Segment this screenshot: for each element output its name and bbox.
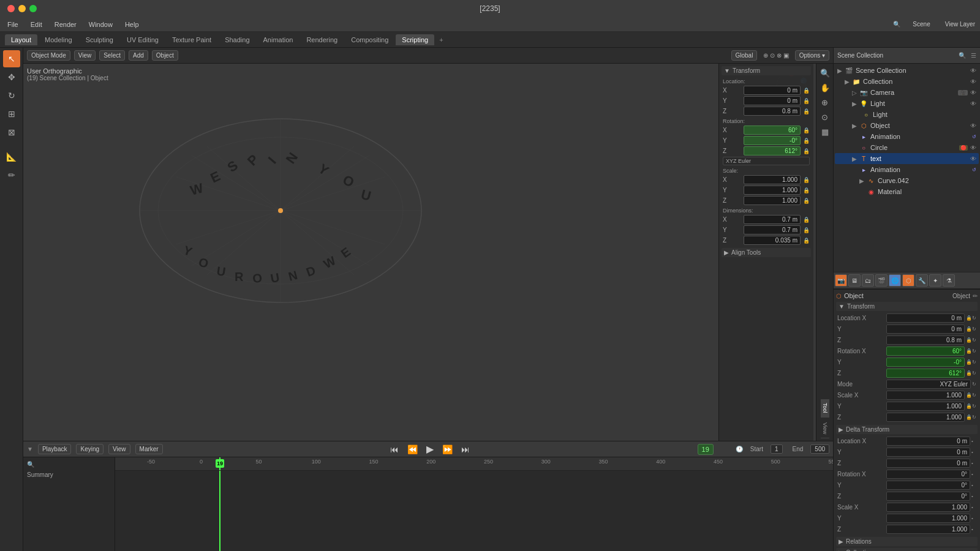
tab-layout[interactable]: Layout — [5, 34, 37, 45]
tab-modeling[interactable]: Modeling — [39, 34, 78, 45]
relations-header[interactable]: ▶ Relations — [836, 537, 978, 546]
tab-uv-editing[interactable]: UV Editing — [121, 34, 165, 45]
marker-button[interactable]: Marker — [135, 444, 163, 454]
location-y-value[interactable]: 0 m — [744, 96, 801, 105]
scene-props-tab[interactable]: 🎬 — [875, 274, 888, 287]
menu-help[interactable]: Help — [123, 20, 141, 29]
rotation-mode-value[interactable]: XYZ Euler — [723, 157, 810, 165]
global-dropdown[interactable]: Global — [731, 50, 758, 61]
outliner-circle[interactable]: ○ Circle 🔴 👁 — [835, 142, 979, 153]
outliner-text[interactable]: ▶ T text 👁 — [835, 153, 979, 164]
tool-move-icon[interactable]: ⊕ — [818, 96, 832, 109]
particles-tab[interactable]: ✦ — [929, 274, 941, 287]
end-frame-input[interactable]: 500 — [810, 444, 829, 454]
rotation-z-value[interactable]: 612° — [744, 146, 801, 156]
options-button[interactable]: Options ▾ — [795, 50, 829, 61]
panel-tab-view[interactable]: View — [821, 419, 829, 438]
dim-x-value[interactable]: 0.7 m — [744, 215, 801, 224]
viewport-3d[interactable]: User Orthographic (19) Scene Collection … — [23, 64, 833, 441]
object-menu[interactable]: Object — [152, 50, 178, 61]
visibility-icon[interactable]: 👁 — [970, 67, 976, 74]
modifier-tab[interactable]: 🔧 — [916, 274, 928, 287]
outliner-material[interactable]: ◉ Material — [835, 186, 979, 197]
dim-z-value[interactable]: 0.035 m — [744, 236, 801, 245]
prev-frame-btn[interactable]: ⏪ — [405, 444, 420, 454]
maximize-button[interactable] — [29, 5, 37, 12]
edit-icon[interactable]: ✏ — [973, 293, 978, 299]
playback-button[interactable]: Playback — [38, 444, 72, 454]
menu-edit[interactable]: Edit — [28, 20, 45, 29]
menu-file[interactable]: File — [5, 20, 21, 29]
prop-loc-y-val[interactable]: 0 m — [886, 324, 965, 334]
toolbar-annotate[interactable]: ✏ — [3, 167, 20, 184]
next-frame-btn[interactable]: ⏩ — [440, 444, 454, 454]
outliner-light-sub[interactable]: ○ Light — [835, 109, 979, 120]
object-mode-dropdown[interactable]: Object Mode — [27, 50, 70, 61]
prop-scale-y-val[interactable]: 1.000 — [886, 402, 965, 411]
object-props-tab[interactable]: ⬡ — [902, 274, 914, 287]
toolbar-scale[interactable]: ⊞ — [3, 105, 20, 122]
prop-rot-mode-val[interactable]: XYZ Euler — [886, 380, 971, 389]
select-menu[interactable]: Select — [99, 50, 125, 61]
outliner-anim-1[interactable]: ▸ Animation ↺ — [835, 131, 979, 142]
view-menu[interactable]: View — [74, 50, 96, 61]
prop-loc-z-val[interactable]: 0.8 m — [886, 335, 965, 345]
dim-y-value[interactable]: 0.7 m — [744, 225, 801, 234]
collection-vis[interactable]: 👁 — [970, 78, 976, 85]
delta-transform-title[interactable]: ▶ Delta Transform — [836, 425, 978, 434]
tab-scripting[interactable]: Scripting — [396, 34, 434, 45]
world-props-tab[interactable]: 🌐 — [889, 274, 901, 287]
tool-grid[interactable]: ▦ — [818, 125, 832, 138]
tab-sculpting[interactable]: Sculpting — [80, 34, 119, 45]
scale-x-value[interactable]: 1.000 — [744, 175, 801, 184]
prop-scale-x-val[interactable]: 1.000 — [886, 391, 965, 400]
location-x-value[interactable]: 0 m — [744, 86, 801, 95]
tool-cursor-hand[interactable]: ✋ — [818, 81, 832, 94]
tab-rendering[interactable]: Rendering — [300, 34, 344, 45]
collections-header[interactable]: ▶ Collections — [836, 548, 978, 551]
jump-start-btn[interactable]: ⏮ — [388, 444, 401, 454]
prop-loc-x-val[interactable]: 0 m — [886, 313, 965, 323]
minimize-button[interactable] — [18, 5, 26, 12]
jump-end-btn[interactable]: ⏭ — [459, 444, 472, 454]
output-props-tab[interactable]: 🖥 — [848, 274, 861, 287]
playhead[interactable]: 19 — [219, 457, 221, 470]
scale-z-value[interactable]: 1.000 — [744, 196, 801, 205]
play-btn[interactable]: ▶ — [424, 443, 435, 455]
traffic-lights[interactable] — [7, 5, 37, 12]
toolbar-transform[interactable]: ⊠ — [3, 124, 20, 141]
tab-compositing[interactable]: Compositing — [345, 34, 394, 45]
menu-render[interactable]: Render — [52, 20, 79, 29]
prop-rot-y-val[interactable]: -0° — [886, 358, 965, 367]
outliner-scene-collection[interactable]: ▶ 🎬 Scene Collection 👁 — [835, 65, 979, 76]
rotation-x-value[interactable]: 60° — [744, 126, 801, 135]
outliner-options[interactable]: ☰ — [971, 52, 976, 59]
outliner-camera[interactable]: ▷ 📷 Camera 🎥 👁 — [835, 87, 979, 98]
toolbar-rotate[interactable]: ↻ — [3, 87, 20, 104]
add-menu[interactable]: Add — [129, 50, 148, 61]
outliner-filter[interactable]: 🔍 — [959, 52, 966, 59]
prop-scale-z-val[interactable]: 1.000 — [886, 413, 965, 422]
close-button[interactable] — [7, 5, 15, 12]
prop-rot-z-val[interactable]: 612° — [886, 369, 965, 378]
tab-animation[interactable]: Animation — [257, 34, 300, 45]
tool-rotate-icon[interactable]: ⊙ — [818, 110, 832, 124]
outliner-anim-2[interactable]: ▸ Animation ↺ — [835, 164, 979, 175]
tab-shading[interactable]: Shading — [219, 34, 255, 45]
outliner-collection[interactable]: ▶ 📁 Collection 👁 — [835, 76, 979, 87]
outliner-curve[interactable]: ▶ ∿ Curve.042 — [835, 175, 979, 186]
align-tools-header[interactable]: ▶ Align Tools — [722, 248, 811, 257]
keying-button[interactable]: Keying — [76, 444, 104, 454]
scale-y-value[interactable]: 1.000 — [744, 186, 801, 195]
render-props-tab[interactable]: 📷 — [835, 274, 847, 287]
outliner-object[interactable]: ▶ ⬡ Object 👁 — [835, 120, 979, 131]
toolbar-cursor[interactable]: ↖ — [3, 50, 20, 67]
toolbar-move[interactable]: ✥ — [3, 69, 20, 86]
panel-tab-tool[interactable]: Tool — [821, 399, 829, 418]
view-layer-tab[interactable]: 🗂 — [862, 274, 874, 287]
rotation-y-value[interactable]: -0° — [744, 136, 801, 145]
start-frame-input[interactable]: 1 — [771, 444, 783, 454]
add-workspace-button[interactable]: + — [435, 34, 447, 45]
timeline-right-panel[interactable]: -50 0 50 100 150 200 250 300 350 400 450… — [115, 457, 833, 551]
menu-window[interactable]: Window — [86, 20, 115, 29]
